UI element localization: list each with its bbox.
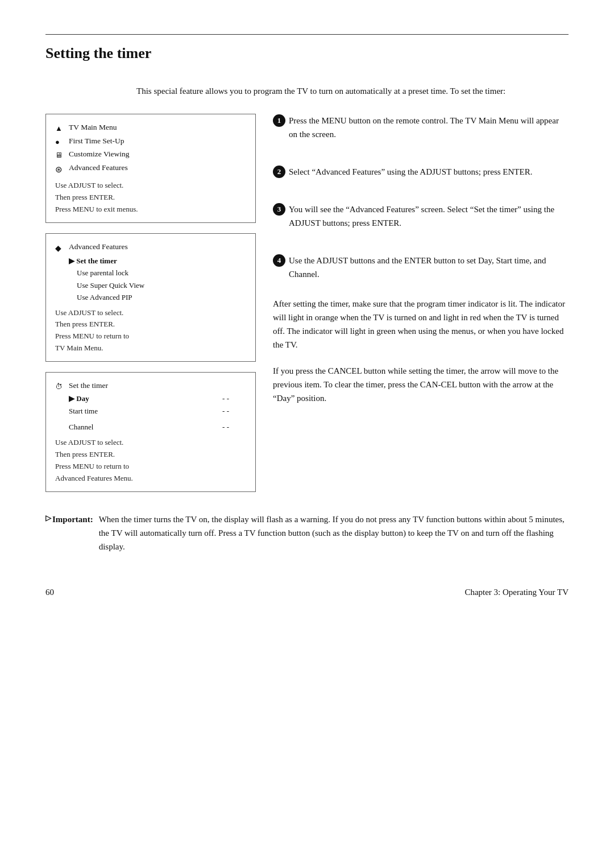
timer-day-value: - - [222,392,229,405]
set-timer-header-label: Set the timer [69,379,108,392]
sub-item-parental: Use parental lock [77,267,246,279]
top-rule [45,34,569,35]
step-3-text: You will see the “Advanced Features” scr… [289,202,569,230]
triangle-icon: ▷ [45,512,51,524]
sub-item-set-timer: ▶ Set the timer [69,255,246,267]
step-2-num: 2 [273,166,285,178]
menu-box-3-sub-1: Use ADJUST to select. [55,437,246,449]
step-3-row: 3 You will see the “Advanced Features” s… [273,202,569,230]
menu-box-2-footer: Use ADJUST to select. Then press ENTER. … [55,307,246,354]
sub-item-quick-view: Use Super Quick View [77,279,246,291]
menu-box-1: ▲ TV Main Menu ● First Time Set-Up 🖥 Cus… [45,114,256,222]
tv-icon: 🖥 [55,149,65,161]
footer-row: 60 Chapter 3: Operating Your TV [45,588,569,597]
menu-box-2-sub-3: Press MENU to return to [55,330,246,342]
menu-box-1-footer: Use ADJUST to select. Then press ENTER. … [55,180,246,215]
cancel-text: If you press the CANCEL button while set… [273,364,569,405]
step-1-row: 1 Press the MENU button on the remote co… [273,114,569,141]
menu-box-3-footer: Use ADJUST to select. Then press ENTER. … [55,437,246,484]
tv-main-label: TV Main Menu [69,121,117,134]
timer-icon: ⏱ [55,381,65,392]
menu-box-3-rows: ▶ Day - - Start time - - Channel - - [69,392,246,433]
page: Setting the timer This special feature a… [0,0,614,868]
page-title: Setting the timer [45,45,569,62]
diamond-icon: ◆ [55,242,65,255]
circle-icon: ● [55,136,65,148]
timer-day-row: ▶ Day - - [69,392,246,405]
step-3-block: 3 You will see the “Advanced Features” s… [273,202,569,233]
menu-box-3-sub-2: Then press ENTER. [55,449,246,461]
menu-item-tv-main: ▲ TV Main Menu [55,121,246,134]
menu-item-customize: 🖥 Customize Viewing [55,148,246,161]
step-2-text: Select “Advanced Features” using the ADJ… [289,165,532,179]
step-4-block: 4 Use the ADJUST buttons and the ENTER b… [273,254,569,284]
menu-box-2: ◆ Advanced Features ▶ Set the timer Use … [45,233,256,362]
page-number: 60 [45,588,54,597]
intro-text: This special feature allows you to progr… [136,85,569,98]
menu-item-first-time: ● First Time Set-Up [55,135,246,148]
menu-item-set-timer-header: ⏱ Set the timer [55,379,246,392]
step-4-text: Use the ADJUST buttons and the ENTER but… [289,254,569,281]
advanced-label: Advanced Features [69,162,128,174]
timer-start-label: Start time [69,405,98,418]
important-label: ▷ Important: [45,512,93,553]
menu-box-3-sub-3: Press MENU to return to [55,461,246,473]
important-text: When the timer turns the TV on, the disp… [99,512,569,553]
timer-channel-row: Channel - - [69,421,246,433]
menu-box-2-sub-4: TV Main Menu. [55,342,246,354]
step-2-block: 2 Select “Advanced Features” using the A… [273,165,569,182]
step-4-num: 4 [273,254,285,267]
after-text: After setting the timer, make sure that … [273,297,569,352]
step-3-num: 3 [273,203,285,216]
right-column: 1 Press the MENU button on the remote co… [256,114,569,491]
step-4-row: 4 Use the ADJUST buttons and the ENTER b… [273,254,569,281]
menu-box-3-sub-4: Advanced Features Menu. [55,473,246,485]
first-time-label: First Time Set-Up [69,135,125,147]
menu-box-1-sub-3: Press MENU to exit menus. [55,204,246,216]
advanced-icon: ⊛ [55,163,65,177]
step-1-text: Press the MENU button on the remote cont… [289,114,569,141]
menu-box-2-sub-1: Use ADJUST to select. [55,307,246,319]
advanced-features-label: Advanced Features [69,241,128,253]
step-1-block: 1 Press the MENU button on the remote co… [273,114,569,144]
timer-channel-value: - - [222,421,229,433]
menu-item-advanced: ⊛ Advanced Features [55,162,246,177]
main-content: ▲ TV Main Menu ● First Time Set-Up 🖥 Cus… [45,114,569,491]
menu-box-2-sub-2: Then press ENTER. [55,319,246,330]
menu-box-1-sub-2: Then press ENTER. [55,192,246,204]
menu-item-advanced-features: ◆ Advanced Features [55,241,246,255]
timer-start-row: Start time - - [69,405,246,418]
person-icon: ▲ [55,122,65,134]
timer-start-value: - - [222,405,229,418]
timer-channel-label: Channel [69,421,93,433]
timer-day-label: ▶ Day [69,392,89,405]
important-section: ▷ Important: When the timer turns the TV… [45,512,569,553]
chapter-label: Chapter 3: Operating Your TV [464,588,569,597]
menu-box-1-sub-1: Use ADJUST to select. [55,180,246,192]
step-2-row: 2 Select “Advanced Features” using the A… [273,165,569,179]
important-word: Important: [52,512,93,526]
customize-label: Customize Viewing [69,148,130,160]
menu-box-3: ⏱ Set the timer ▶ Day - - Start time - -… [45,372,256,492]
sub-item-advanced-pip: Use Advanced PIP [77,291,246,303]
left-column: ▲ TV Main Menu ● First Time Set-Up 🖥 Cus… [45,114,256,491]
step-1-num: 1 [273,114,285,127]
menu-box-2-sub-items: ▶ Set the timer Use parental lock Use Su… [69,255,246,304]
